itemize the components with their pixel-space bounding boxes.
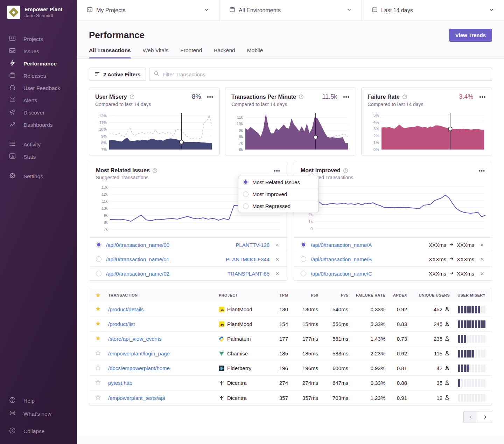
transaction-link[interactable]: /store/api_view_events bbox=[108, 336, 162, 342]
option-radio[interactable] bbox=[243, 203, 248, 209]
transaction-link[interactable]: /api/0/transaction_name/C bbox=[311, 271, 372, 277]
widget-menu-button[interactable]: ••• bbox=[478, 168, 485, 174]
transaction-link[interactable]: /api/0/transaction_name/02 bbox=[106, 271, 169, 277]
star-outline-icon[interactable] bbox=[95, 350, 101, 357]
star-filled-icon[interactable] bbox=[95, 321, 101, 327]
card-menu-button[interactable]: ••• bbox=[479, 94, 486, 100]
user-icon bbox=[444, 395, 450, 401]
star-column-header[interactable] bbox=[89, 292, 105, 298]
transaction-radio[interactable] bbox=[96, 242, 102, 248]
sidebar-item-user-feedback[interactable]: User Feedback bbox=[0, 82, 77, 94]
sidebar-item-dashboards[interactable]: Dashboards bbox=[0, 119, 77, 131]
issue-link[interactable]: TRANSPLANT-85 bbox=[227, 271, 270, 277]
widget-menu-button[interactable]: ••• bbox=[274, 168, 280, 174]
column-header[interactable]: User Misery bbox=[453, 293, 492, 297]
dismiss-button[interactable] bbox=[274, 271, 280, 277]
transaction-link[interactable]: /product/list bbox=[108, 321, 135, 327]
sidebar-item-settings[interactable]: Settings bbox=[0, 170, 77, 182]
issue-link[interactable]: PLANTTV-128 bbox=[236, 242, 270, 248]
column-header[interactable]: TPM bbox=[269, 293, 291, 297]
column-header[interactable]: Apdex bbox=[388, 293, 410, 297]
unique-users-value: 235 bbox=[434, 336, 442, 342]
card-menu-button[interactable]: ••• bbox=[343, 94, 350, 100]
transaction-radio[interactable] bbox=[96, 271, 102, 276]
star-filled-icon[interactable] bbox=[95, 335, 101, 342]
sidebar-item-stats[interactable]: Stats bbox=[0, 151, 77, 163]
card-value: 8% bbox=[192, 93, 201, 100]
star-outline-icon[interactable] bbox=[95, 395, 101, 401]
dropdown-option-most-related-issues[interactable]: Most Related Issues bbox=[238, 176, 318, 188]
transaction-radio[interactable] bbox=[96, 256, 102, 262]
active-filters-button[interactable]: 2 Active Filters bbox=[89, 68, 146, 81]
dismiss-button[interactable] bbox=[479, 242, 485, 248]
sidebar-item-releases[interactable]: Releases bbox=[0, 70, 77, 82]
table-header-row: Transaction Project TPM P50 P75 Failure … bbox=[89, 288, 492, 302]
environment-selector[interactable]: All Environments bbox=[219, 0, 362, 21]
next-page-button[interactable] bbox=[478, 411, 492, 423]
transaction-link[interactable]: /docs/empowerplant/home bbox=[108, 365, 170, 371]
card-value: 3.4% bbox=[459, 93, 473, 100]
tab-backend[interactable]: Backend bbox=[214, 47, 235, 58]
failure-rate-value: 0.33% bbox=[351, 380, 388, 386]
sidebar-item-alerts[interactable]: Alerts bbox=[0, 94, 77, 106]
sidebar-item-discover[interactable]: Discover bbox=[0, 106, 77, 119]
sidebar-item-projects[interactable]: Projects bbox=[0, 33, 77, 45]
dismiss-button[interactable] bbox=[274, 242, 280, 248]
p50-value: 357ms bbox=[291, 395, 321, 401]
dismiss-button[interactable] bbox=[479, 256, 485, 262]
column-header[interactable]: Project bbox=[216, 293, 269, 297]
sidebar-item-activity[interactable]: Activity bbox=[0, 138, 77, 151]
sidebar-item-performance[interactable]: Performance bbox=[0, 57, 77, 70]
column-header[interactable]: Unique Users bbox=[410, 293, 453, 297]
transaction-radio[interactable] bbox=[301, 242, 306, 248]
p50-value: 177ms bbox=[291, 336, 321, 342]
sidebar-item-help[interactable]: Help bbox=[0, 394, 77, 407]
card-menu-button[interactable]: ••• bbox=[207, 94, 214, 100]
view-trends-button[interactable]: View Trends bbox=[449, 29, 492, 42]
star-filled-icon[interactable] bbox=[95, 306, 101, 313]
transaction-link[interactable]: /api/0/transaction_name/00 bbox=[106, 242, 169, 248]
dismiss-button[interactable] bbox=[274, 256, 280, 262]
sidebar-item-whats-new[interactable]: What’s new bbox=[0, 407, 77, 420]
transaction-link[interactable]: /api/0/transaction_name/01 bbox=[106, 256, 169, 262]
star-outline-icon[interactable] bbox=[95, 365, 101, 372]
transaction-link[interactable]: /product/details bbox=[108, 306, 144, 312]
tab-mobile[interactable]: Mobile bbox=[247, 47, 263, 58]
help-icon[interactable] bbox=[402, 94, 407, 99]
org-switcher[interactable]: Empower Plant Jane Schmidt bbox=[0, 0, 77, 19]
help-icon[interactable] bbox=[343, 168, 348, 173]
transaction-radio[interactable] bbox=[301, 271, 306, 276]
option-radio[interactable] bbox=[243, 192, 248, 197]
dropdown-option-most-improved[interactable]: Most Improved bbox=[238, 188, 318, 200]
option-radio[interactable] bbox=[243, 179, 248, 185]
previous-page-button[interactable] bbox=[463, 411, 478, 423]
help-icon[interactable] bbox=[130, 94, 135, 99]
tab-frontend[interactable]: Frontend bbox=[180, 47, 202, 58]
column-header[interactable]: Transaction bbox=[105, 293, 216, 297]
transaction-link[interactable]: /empowerplant_tests/api bbox=[108, 395, 165, 401]
transaction-link[interactable]: /empowerplant/login_page bbox=[108, 351, 170, 356]
help-icon[interactable] bbox=[299, 94, 304, 99]
column-header[interactable]: P50 bbox=[291, 293, 321, 297]
help-icon[interactable] bbox=[152, 168, 158, 173]
transaction-link[interactable]: /api/0/transaction_name/B bbox=[311, 256, 372, 262]
tab-all-transactions[interactable]: All Transactions bbox=[89, 47, 131, 58]
star-outline-icon[interactable] bbox=[95, 380, 101, 386]
chevron-down-icon bbox=[489, 7, 494, 14]
tab-web-vitals[interactable]: Web Vitals bbox=[143, 47, 169, 58]
transaction-link[interactable]: pytest.http bbox=[108, 380, 132, 386]
column-header[interactable]: P75 bbox=[321, 293, 351, 297]
project-selector[interactable]: My Projects bbox=[77, 0, 219, 21]
dismiss-button[interactable] bbox=[479, 271, 485, 277]
list-icon bbox=[9, 140, 16, 148]
dropdown-option-most-regressed[interactable]: Most Regressed bbox=[238, 200, 318, 212]
transaction-radio[interactable] bbox=[301, 256, 306, 262]
transaction-link[interactable]: /api/0/transaction_name/A bbox=[311, 242, 372, 248]
sidebar-collapse-button[interactable]: Collapse bbox=[0, 425, 77, 438]
column-header[interactable]: Failure Rate bbox=[351, 293, 388, 297]
sidebar-item-issues[interactable]: Issues bbox=[0, 45, 77, 57]
search-icon bbox=[154, 71, 159, 78]
issue-link[interactable]: PLANTMOOD-344 bbox=[226, 256, 270, 262]
search-input[interactable] bbox=[162, 71, 488, 77]
date-range-selector[interactable]: Last 14 days bbox=[362, 0, 504, 21]
